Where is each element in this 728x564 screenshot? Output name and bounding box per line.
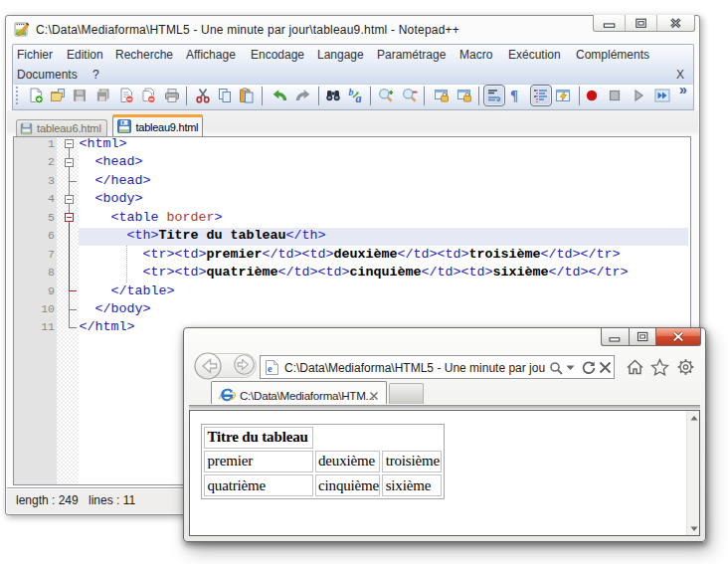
- svg-text:¶: ¶: [510, 88, 518, 103]
- svg-text:b: b: [348, 88, 353, 97]
- svg-text:a: a: [355, 91, 361, 103]
- svg-text:e: e: [268, 363, 273, 374]
